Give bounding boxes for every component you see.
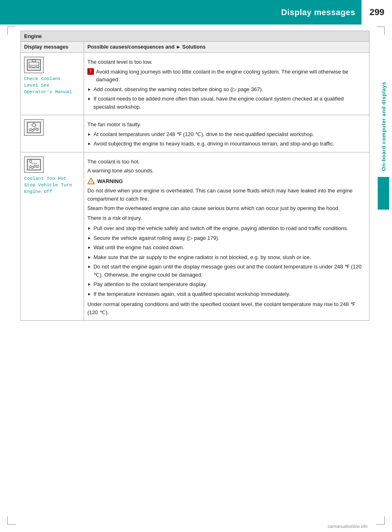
warning-box: ! WARNING Do not drive when your engine … [87,177,366,222]
causes-text-row1: The coolant level is too low. [87,58,366,66]
side-tab: On-board computer and displays [375,82,392,210]
svg-point-10 [29,160,32,163]
footer-note-row3: Under normal operating conditions and wi… [87,300,366,316]
arrow-icon: ► [87,281,91,287]
svg-point-5 [32,123,36,127]
side-tab-label: On-board computer and displays [381,82,387,171]
display-label-row1: Check CoolantLevel SeeOperator's Manual [24,76,80,95]
bullet-text-row2-1: At coolant temperatures under 248 ℉ (120… [94,130,366,139]
bullet-item-row2-2: ► Avoid subjecting the engine to heavy l… [87,140,366,148]
bullet-text-row3-5: Do not start the engine again until the … [94,263,366,279]
exclamation-item-row1: ! Avoid making long journeys with too li… [87,68,366,84]
exclamation-icon: ! [87,68,94,75]
warning-header: ! WARNING [87,177,366,186]
bullet-row3-7: ► If the temperature increases again, vi… [87,290,366,298]
arrow-icon: ► [87,96,91,102]
corner-decoration-bl [7,516,16,525]
arrow-icon: ► [87,235,91,241]
causes-col-row3: The coolant is too hot. A warning tone a… [84,152,370,321]
bullet-row3-3: ► Wait until the engine has cooled down. [87,244,366,252]
icon-area-row3 [24,156,80,173]
warning-label: WARNING [97,177,123,186]
header-bar: Display messages [0,0,392,25]
side-tab-block [378,177,389,210]
warning-para-1: Do not drive when your engine is overhea… [87,187,366,203]
warning-para-3: There is a risk of injury. [87,214,366,222]
arrow-icon: ► [87,141,91,147]
arrow-icon: ► [87,254,91,260]
header-title: Display messages [281,8,355,17]
display-label-row3: Coolant Too HotStop Vehicle TurnEngine O… [24,175,80,195]
causes-text-row3-1: The coolant is too hot. [87,158,366,166]
fan-motor-icon [24,119,44,136]
arrow-icon: ► [87,225,91,231]
svg-text:!: ! [91,180,92,184]
causes-text-row3-2: A warning tone also sounds. [87,167,366,175]
bullet-row3-1: ► Pull over and stop the vehicle safely … [87,224,366,232]
svg-rect-0 [27,60,40,70]
bullet-row3-6: ► Pay attention to the coolant temperatu… [87,280,366,288]
bullet-row3-5: ► Do not start the engine again until th… [87,263,366,279]
table-row: Check CoolantLevel SeeOperator's Manual … [21,53,370,115]
svg-rect-4 [27,122,40,133]
corner-decoration-tl [7,27,16,35]
bullet-text-row1-2: If coolant needs to be added more often … [94,95,366,111]
display-col-row3: Coolant Too HotStop Vehicle TurnEngine O… [21,152,84,321]
bullet-text-row3-4: Make sure that the air supply to the eng… [94,253,366,262]
bullet-text-row3-7: If the temperature increases again, visi… [94,290,366,298]
causes-col-row2: The fan motor is faulty. ► At coolant te… [84,115,370,152]
icon-area-row1 [24,57,80,73]
main-table: Engine Display messages Possible causes/… [20,31,370,321]
corner-decoration-br [376,516,385,525]
warning-para-2: Steam from the overheated engine can als… [87,204,366,212]
main-content: Engine Display messages Possible causes/… [20,31,370,520]
arrow-icon: ► [87,244,91,250]
bullet-text-row3-1: Pull over and stop the vehicle safely an… [94,224,366,232]
display-col-row1: Check CoolantLevel SeeOperator's Manual [21,53,84,115]
coolant-level-icon [24,57,44,73]
bullet-row3-4: ► Make sure that the air supply to the e… [87,253,366,262]
col-header-display: Display messages [21,42,84,53]
bullet-text-row1-1: Add coolant, observing the warning notes… [94,85,366,94]
table-row: Coolant Too HotStop Vehicle TurnEngine O… [21,152,370,321]
bullet-text-row2-2: Avoid subjecting the engine to heavy loa… [94,140,366,148]
section-header: Engine [21,31,370,42]
page-number: 299 [361,0,392,25]
bullet-row3-2: ► Secure the vehicle against rolling awa… [87,234,366,242]
icon-area-row2 [24,119,80,136]
arrow-icon: ► [87,264,91,270]
col-header-causes: Possible causes/consequences and ► Solut… [84,42,370,53]
causes-col-row1: The coolant level is too low. ! Avoid ma… [84,53,370,115]
warning-triangle-icon: ! [87,178,95,184]
coolant-hot-icon [24,156,44,173]
bullet-text-row3-2: Secure the vehicle against rolling away … [94,234,366,242]
footer-watermark: carmanualsonline.info [328,524,368,529]
table-row: The fan motor is faulty. ► At coolant te… [21,115,370,152]
exclamation-text-row1: Avoid making long journeys with too litt… [96,68,366,84]
bullet-item-row1-2: ► If coolant needs to be added more ofte… [87,95,366,111]
bullet-item-row1-1: ► Add coolant, observing the warning not… [87,85,366,94]
causes-text-row2: The fan motor is faulty. [87,121,366,129]
display-col-row2 [21,115,84,152]
bullet-text-row3-3: Wait until the engine has cooled down. [94,244,366,252]
bullet-text-row3-6: Pay attention to the coolant temperature… [94,280,366,288]
arrow-icon: ► [87,131,91,137]
corner-decoration-tr [376,27,385,35]
arrow-icon: ► [87,291,91,297]
bullet-item-row2-1: ► At coolant temperatures under 248 ℉ (1… [87,130,366,139]
arrow-icon: ► [87,86,91,92]
